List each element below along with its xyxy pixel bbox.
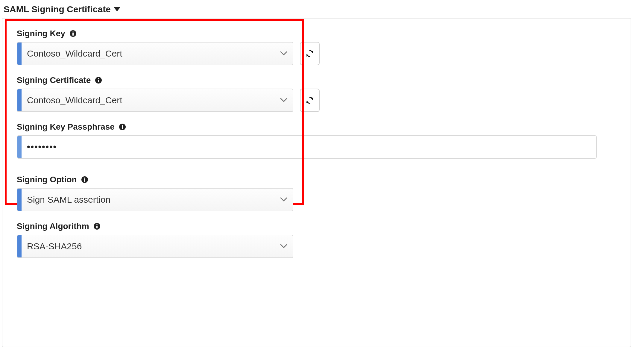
svg-rect-3 — [72, 33, 74, 36]
signing-key-passphrase-input[interactable]: •••••••• — [17, 135, 597, 159]
refresh-signing-key-button[interactable] — [300, 42, 320, 65]
signing-algorithm-select[interactable]: RSA-SHA256 — [17, 235, 293, 258]
signing-option-select[interactable]: Sign SAML assertion — [17, 188, 293, 211]
signing-certificate-value: Contoso_Wildcard_Cert — [22, 95, 280, 105]
signing-option-value: Sign SAML assertion — [22, 195, 280, 205]
signing-key-value: Contoso_Wildcard_Cert — [22, 48, 280, 59]
svg-marker-0 — [114, 7, 120, 11]
signing-certificate-select[interactable]: Contoso_Wildcard_Cert — [17, 89, 293, 112]
signing-option-label: Signing Option — [17, 175, 77, 184]
chevron-down-icon — [280, 244, 293, 249]
svg-rect-13 — [122, 126, 123, 129]
svg-point-2 — [72, 31, 74, 33]
signing-algorithm-label: Signing Algorithm — [17, 222, 89, 231]
info-icon[interactable] — [93, 223, 101, 230]
section-header[interactable]: SAML Signing Certificate — [2, 3, 631, 18]
signing-algorithm-value: RSA-SHA256 — [22, 241, 280, 251]
field-signing-certificate: Signing Certificate Contoso_Wildcard_Cer… — [17, 75, 619, 112]
signing-key-passphrase-label: Signing Key Passphrase — [17, 122, 115, 132]
field-signing-algorithm: Signing Algorithm RSA-SHA256 — [17, 222, 619, 258]
svg-rect-19 — [96, 226, 98, 228]
chevron-down-icon — [280, 197, 293, 202]
field-accent-bar — [17, 43, 22, 65]
svg-point-18 — [96, 224, 98, 225]
field-signing-key-passphrase: Signing Key Passphrase •••••••• — [17, 122, 619, 159]
field-accent-bar — [17, 136, 22, 158]
field-signing-key: Signing Key Contoso_Wildcard_Cert — [17, 29, 619, 65]
info-icon[interactable] — [95, 77, 102, 84]
field-accent-bar — [17, 189, 22, 211]
field-signing-option: Signing Option Sign SAML assertion — [17, 175, 619, 211]
info-icon[interactable] — [81, 176, 88, 183]
field-accent-bar — [17, 235, 22, 257]
refresh-icon — [305, 96, 314, 105]
section-title: SAML Signing Certificate — [4, 4, 111, 14]
refresh-icon — [305, 49, 314, 58]
info-icon[interactable] — [119, 123, 126, 131]
panel-saml-signing-certificate: Signing Key Contoso_Wildcard_Cert — [2, 18, 631, 347]
field-accent-bar — [17, 89, 22, 111]
svg-point-15 — [84, 178, 85, 179]
signing-key-select[interactable]: Contoso_Wildcard_Cert — [17, 42, 293, 65]
refresh-signing-certificate-button[interactable] — [300, 89, 320, 112]
chevron-down-icon — [280, 98, 293, 103]
signing-key-label: Signing Key — [17, 29, 65, 38]
info-icon[interactable] — [69, 30, 77, 37]
svg-point-7 — [98, 78, 99, 79]
chevron-down-icon — [280, 51, 293, 56]
svg-rect-16 — [84, 179, 85, 182]
svg-point-12 — [122, 125, 123, 126]
svg-rect-8 — [98, 80, 99, 82]
signing-key-passphrase-value: •••••••• — [22, 142, 596, 152]
expand-caret-icon — [114, 7, 120, 11]
signing-certificate-label: Signing Certificate — [17, 75, 91, 85]
